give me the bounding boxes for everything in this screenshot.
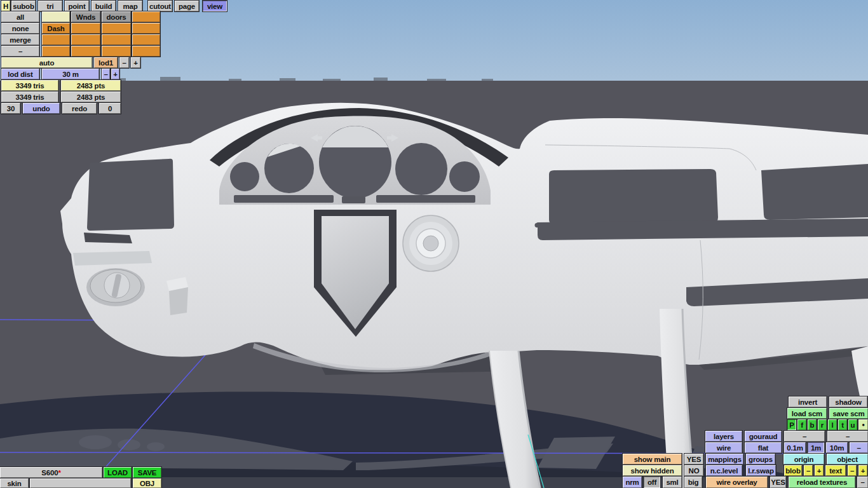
nc-level-button[interactable]: n.c.level: [706, 465, 742, 476]
origin-button[interactable]: origin: [783, 454, 824, 464]
subob-cell[interactable]: [42, 34, 70, 45]
lod-dist-plus-button[interactable]: +: [111, 69, 119, 79]
lod-current-button[interactable]: lod1: [94, 57, 118, 68]
subob-dash-button[interactable]: Dash: [42, 23, 70, 34]
subob-cell[interactable]: [102, 34, 131, 45]
stats-selected-pts: 2483 pts: [61, 80, 121, 91]
show-hidden-button[interactable]: show hidden: [623, 465, 682, 476]
app-window: H subob tri point build map cutout page …: [0, 0, 868, 488]
lod-dist-minus-button[interactable]: –: [102, 69, 110, 79]
view-right-button[interactable]: r: [818, 419, 827, 430]
blob-button[interactable]: blob: [784, 465, 802, 476]
view-front-button[interactable]: f: [797, 419, 806, 430]
menu-view-button-active[interactable]: view: [203, 1, 227, 11]
lod-dist-value[interactable]: 30 m: [42, 69, 99, 79]
obj-export-button[interactable]: OBJ: [133, 478, 161, 488]
subob-all-button[interactable]: all: [1, 11, 39, 22]
skin-button[interactable]: skin: [0, 478, 29, 488]
lod-auto-button[interactable]: auto: [1, 57, 92, 68]
lr-swap-button[interactable]: l.r.swap: [746, 465, 776, 476]
blob-plus-button[interactable]: +: [815, 465, 824, 476]
view-left-button[interactable]: l: [828, 419, 837, 430]
grid-01m-button[interactable]: 0.1m: [784, 442, 806, 453]
subob-cell[interactable]: [132, 46, 160, 57]
menu-tri-button[interactable]: tri: [38, 1, 62, 11]
show-main-value[interactable]: YES: [684, 454, 703, 464]
subob-cell[interactable]: [42, 46, 70, 57]
undo-steps-count: 30: [1, 103, 20, 114]
text-minus-button[interactable]: –: [848, 465, 857, 476]
menu-build-button[interactable]: build: [92, 1, 116, 11]
nrm-sml-button[interactable]: sml: [663, 477, 682, 488]
lod-plus-button[interactable]: +: [131, 57, 140, 68]
model-name-field[interactable]: S600*: [0, 467, 102, 478]
subob-cell-empty-selected[interactable]: [42, 11, 70, 22]
layers-button[interactable]: layers: [705, 431, 742, 442]
dash-button-d[interactable]: –: [857, 477, 868, 488]
menu-page-button[interactable]: page: [175, 1, 199, 11]
load-scm-button[interactable]: load scm: [787, 408, 827, 419]
groups-button[interactable]: groups: [746, 454, 775, 464]
menu-point-button[interactable]: point: [65, 1, 89, 11]
redo-steps-count: 0: [99, 103, 121, 114]
skin-name-field[interactable]: [30, 478, 131, 488]
nrm-off-button-active[interactable]: off: [644, 477, 660, 488]
subob-merge-button[interactable]: merge: [1, 34, 39, 45]
viewport-3d[interactable]: [0, 0, 868, 488]
subob-cell[interactable]: [71, 46, 100, 57]
stats-total-pts: 2483 pts: [61, 92, 121, 102]
show-hidden-value[interactable]: NO: [684, 465, 703, 476]
model-name: S600: [41, 469, 58, 477]
menu-cutout-button[interactable]: cutout: [148, 1, 172, 11]
grid-1m-button-active[interactable]: 1m: [808, 442, 824, 453]
menu-map-button[interactable]: map: [118, 1, 142, 11]
blob-minus-button[interactable]: –: [804, 465, 813, 476]
view-under-button[interactable]: u: [848, 419, 857, 430]
show-main-button[interactable]: show main: [623, 454, 682, 464]
save-button[interactable]: SAVE: [133, 467, 161, 478]
shadow-button[interactable]: shadow: [829, 396, 867, 407]
menu-subob-button[interactable]: subob: [11, 1, 36, 11]
dash-button-a[interactable]: –: [784, 431, 825, 442]
subob-cell[interactable]: [71, 23, 100, 34]
object-button[interactable]: object: [827, 454, 868, 464]
nrm-button[interactable]: nrm: [623, 477, 642, 488]
lod-minus-button[interactable]: –: [119, 57, 129, 68]
view-dot-button[interactable]: ●: [858, 419, 868, 430]
wire-button[interactable]: wire: [705, 442, 742, 453]
save-scm-button[interactable]: save scm: [829, 408, 868, 419]
nrm-big-button[interactable]: big: [684, 477, 702, 488]
view-perspective-button[interactable]: P: [787, 419, 796, 430]
flat-shading-button[interactable]: flat: [745, 442, 782, 453]
grid-10m-button[interactable]: 10m: [826, 442, 848, 453]
subob-cell[interactable]: [71, 34, 100, 45]
subob-wnds-button[interactable]: Wnds: [71, 11, 100, 22]
subob-cell[interactable]: [132, 23, 160, 34]
subob-none-button[interactable]: none: [1, 23, 39, 34]
reload-textures-button[interactable]: reload textures: [789, 477, 855, 488]
view-back-button[interactable]: b: [808, 419, 817, 430]
menu-h-button[interactable]: H: [1, 1, 10, 11]
gouraud-shading-button[interactable]: gouraud: [745, 431, 782, 442]
undo-button[interactable]: undo: [23, 103, 60, 114]
text-plus-button[interactable]: +: [858, 465, 867, 476]
subob-cell[interactable]: [132, 34, 160, 45]
modified-marker: *: [58, 469, 60, 477]
subob-cell[interactable]: [102, 23, 131, 34]
view-top-button[interactable]: t: [838, 419, 847, 430]
subob-doors-button[interactable]: doors: [102, 11, 131, 22]
redo-button[interactable]: redo: [62, 103, 97, 114]
invert-button[interactable]: invert: [789, 396, 827, 407]
load-button[interactable]: LOAD: [104, 467, 132, 478]
dash-button-c[interactable]: –: [850, 442, 868, 453]
wire-overlay-button[interactable]: wire overlay: [706, 477, 768, 488]
wire-overlay-value[interactable]: YES: [770, 477, 786, 488]
subob-cell[interactable]: [132, 11, 160, 22]
mappings-button[interactable]: mappings: [706, 454, 743, 464]
text-button[interactable]: text: [825, 465, 846, 476]
lod-dist-label[interactable]: lod dist: [1, 69, 39, 79]
subob-cell[interactable]: [102, 46, 131, 57]
dash-button-b[interactable]: –: [827, 431, 868, 442]
subob-dash-row-button[interactable]: –: [1, 46, 39, 57]
stats-selected-tris: 3349 tris: [1, 80, 58, 91]
